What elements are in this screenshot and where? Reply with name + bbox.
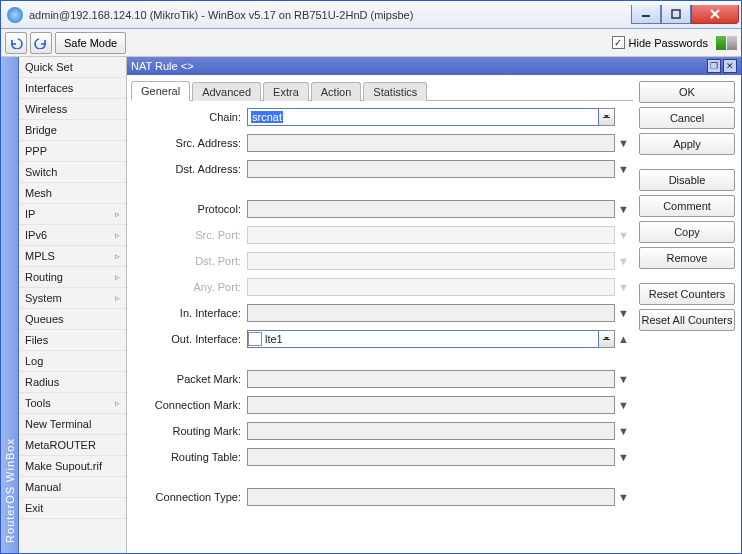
ok-button[interactable]: OK — [639, 81, 735, 103]
label-routing-mark: Routing Mark: — [135, 425, 247, 437]
sidebar-item-system[interactable]: System▹ — [19, 288, 126, 309]
sidebar-item-new-terminal[interactable]: New Terminal — [19, 414, 126, 435]
label-any-port: Any. Port: — [135, 281, 247, 293]
minimize-button[interactable] — [631, 5, 661, 24]
sidebar-item-bridge[interactable]: Bridge — [19, 120, 126, 141]
sidebar-item-label: PPP — [25, 145, 47, 157]
sidebar-item-metarouter[interactable]: MetaROUTER — [19, 435, 126, 456]
sidebar-item-quick-set[interactable]: Quick Set — [19, 57, 126, 78]
copy-button[interactable]: Copy — [639, 221, 735, 243]
tab-statistics[interactable]: Statistics — [363, 82, 427, 101]
sidebar-item-mesh[interactable]: Mesh — [19, 183, 126, 204]
src-port-field — [247, 226, 615, 244]
lock-icons — [716, 36, 737, 50]
expand-icon[interactable]: ▼ — [615, 163, 629, 175]
sidebar-item-log[interactable]: Log — [19, 351, 126, 372]
expand-icon[interactable]: ▼ — [615, 399, 629, 411]
sidebar-item-switch[interactable]: Switch — [19, 162, 126, 183]
collapse-icon[interactable]: ▲ — [615, 333, 629, 345]
sidebar-item-files[interactable]: Files — [19, 330, 126, 351]
comment-button[interactable]: Comment — [639, 195, 735, 217]
sidebar-item-routing[interactable]: Routing▹ — [19, 267, 126, 288]
sidebar-item-label: Files — [25, 334, 48, 346]
label-connection-mark: Connection Mark: — [135, 399, 247, 411]
expand-icon[interactable]: ▼ — [615, 425, 629, 437]
sidebar-item-exit[interactable]: Exit — [19, 498, 126, 519]
expand-icon[interactable]: ▼ — [615, 137, 629, 149]
reset-counters-button[interactable]: Reset Counters — [639, 283, 735, 305]
chain-dropdown-button[interactable] — [599, 108, 615, 126]
sidebar-item-label: Routing — [25, 271, 63, 283]
reset-all-counters-button[interactable]: Reset All Counters — [639, 309, 735, 331]
sidebar-item-label: Queues — [25, 313, 64, 325]
nat-rule-window: NAT Rule <> ❐ ✕ GeneralAdvancedExtraActi… — [127, 57, 741, 553]
sidebar-item-label: Quick Set — [25, 61, 73, 73]
packet-mark-field[interactable] — [247, 370, 615, 388]
routing-mark-field[interactable] — [247, 422, 615, 440]
sidebar-item-radius[interactable]: Radius — [19, 372, 126, 393]
out-interface-dropdown-button[interactable] — [599, 330, 615, 348]
invert-checkbox[interactable] — [248, 332, 262, 346]
sidebar-item-manual[interactable]: Manual — [19, 477, 126, 498]
safe-mode-button[interactable]: Safe Mode — [55, 32, 126, 54]
sidebar-item-ipv6[interactable]: IPv6▹ — [19, 225, 126, 246]
label-in-interface: In. Interface: — [135, 307, 247, 319]
sidebar-item-make-supout-rif[interactable]: Make Supout.rif — [19, 456, 126, 477]
sidebar-item-queues[interactable]: Queues — [19, 309, 126, 330]
submenu-arrow-icon: ▹ — [115, 272, 120, 282]
subwin-restore-button[interactable]: ❐ — [707, 59, 721, 73]
expand-icon[interactable]: ▼ — [615, 491, 629, 503]
out-interface-field[interactable]: lte1 — [247, 330, 599, 348]
connection-mark-field[interactable] — [247, 396, 615, 414]
sidebar-item-tools[interactable]: Tools▹ — [19, 393, 126, 414]
subwin-close-button[interactable]: ✕ — [723, 59, 737, 73]
hide-passwords-checkbox[interactable]: ✓ Hide Passwords — [612, 36, 708, 49]
label-chain: Chain: — [135, 111, 247, 123]
label-src-address: Src. Address: — [135, 137, 247, 149]
protocol-field[interactable] — [247, 200, 615, 218]
routing-table-field[interactable] — [247, 448, 615, 466]
maximize-button[interactable] — [661, 5, 691, 24]
tab-action[interactable]: Action — [311, 82, 362, 101]
sidebar-item-label: Bridge — [25, 124, 57, 136]
out-interface-value: lte1 — [265, 333, 283, 345]
sidebar-item-ppp[interactable]: PPP — [19, 141, 126, 162]
sidebar-item-label: Radius — [25, 376, 59, 388]
connection-type-field[interactable] — [247, 488, 615, 506]
close-button[interactable] — [691, 5, 739, 24]
apply-button[interactable]: Apply — [639, 133, 735, 155]
remove-button[interactable]: Remove — [639, 247, 735, 269]
sidebar-item-interfaces[interactable]: Interfaces — [19, 78, 126, 99]
vertical-tab[interactable]: RouterOS WinBox — [1, 57, 19, 553]
label-dst-address: Dst. Address: — [135, 163, 247, 175]
main-window: admin@192.168.124.10 (MikroTik) - WinBox… — [0, 0, 742, 554]
lock-icon — [716, 36, 726, 50]
sidebar-item-mpls[interactable]: MPLS▹ — [19, 246, 126, 267]
tabs: GeneralAdvancedExtraActionStatistics — [131, 79, 633, 101]
tab-advanced[interactable]: Advanced — [192, 82, 261, 101]
window-title: admin@192.168.124.10 (MikroTik) - WinBox… — [29, 9, 631, 21]
expand-icon[interactable]: ▼ — [615, 373, 629, 385]
chain-field[interactable]: srcnat — [247, 108, 599, 126]
tab-extra[interactable]: Extra — [263, 82, 309, 101]
in-interface-field[interactable] — [247, 304, 615, 322]
subwindow-titlebar: NAT Rule <> ❐ ✕ — [127, 57, 741, 75]
cancel-button[interactable]: Cancel — [639, 107, 735, 129]
expand-icon[interactable]: ▼ — [615, 203, 629, 215]
dst-address-field[interactable] — [247, 160, 615, 178]
sidebar-item-label: Log — [25, 355, 43, 367]
sidebar-item-ip[interactable]: IP▹ — [19, 204, 126, 225]
redo-button[interactable] — [30, 32, 52, 54]
expand-icon[interactable]: ▼ — [615, 307, 629, 319]
src-address-field[interactable] — [247, 134, 615, 152]
tab-general[interactable]: General — [131, 81, 190, 101]
expand-icon: ▼ — [615, 229, 629, 241]
sidebar-item-wireless[interactable]: Wireless — [19, 99, 126, 120]
content: NAT Rule <> ❐ ✕ GeneralAdvancedExtraActi… — [127, 57, 741, 553]
disable-button[interactable]: Disable — [639, 169, 735, 191]
any-port-field — [247, 278, 615, 296]
undo-button[interactable] — [5, 32, 27, 54]
label-routing-table: Routing Table: — [135, 451, 247, 463]
sidebar-item-label: IPv6 — [25, 229, 47, 241]
expand-icon[interactable]: ▼ — [615, 451, 629, 463]
